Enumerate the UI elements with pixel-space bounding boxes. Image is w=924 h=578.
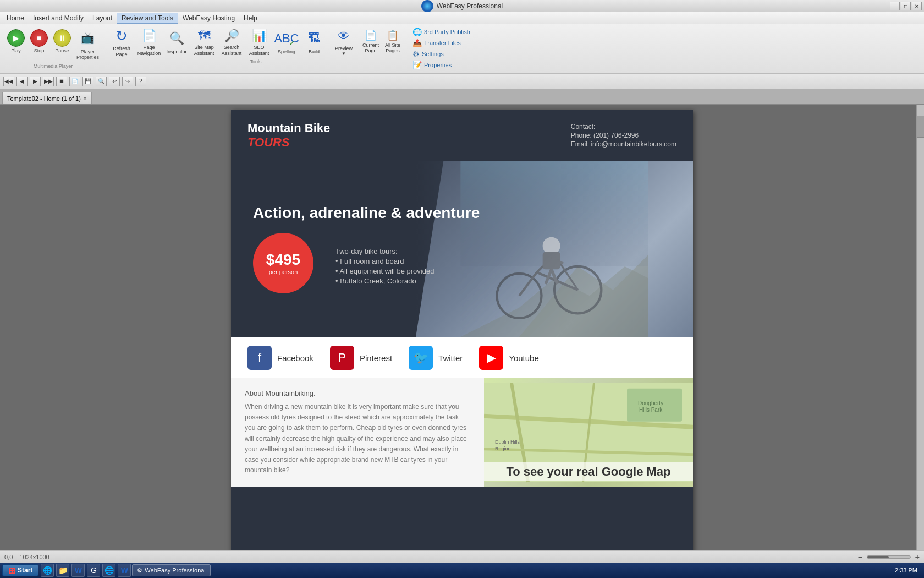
close-button[interactable]: ✕ xyxy=(912,2,922,10)
scrollbar[interactable] xyxy=(916,105,924,578)
nav-back[interactable]: ◀ xyxy=(16,77,28,86)
nav-forward[interactable]: ▶ xyxy=(30,77,41,86)
facebook-button[interactable]: f Facebook xyxy=(248,346,314,370)
nav-redo[interactable]: ↪ xyxy=(122,77,133,86)
menu-webeasy-hosting[interactable]: WebEasy Hosting xyxy=(178,13,239,23)
youtube-button[interactable]: ▶ Youtube xyxy=(479,346,539,370)
nav-search[interactable]: 🔍 xyxy=(96,77,107,86)
page-nav-icon: 📄 xyxy=(140,28,158,43)
stop-button[interactable]: ■ xyxy=(30,29,48,47)
spelling-icon: ABC ✓ xyxy=(278,30,295,48)
start-button[interactable]: ⊞ Start xyxy=(2,564,38,576)
site-map-label: Site MapAssistant xyxy=(194,45,215,57)
nav-undo[interactable]: ↩ xyxy=(109,77,120,86)
tab-label: Template02 - Home (1 of 1) xyxy=(7,95,81,102)
preview-button[interactable]: 👁 Preview ▼ xyxy=(328,27,359,58)
settings-button[interactable]: ⚙ Settings xyxy=(410,49,472,59)
tab-close-button[interactable]: × xyxy=(83,95,87,102)
page-navigation-button[interactable]: 📄 PageNavigation xyxy=(136,27,162,58)
taskbar: ⊞ Start 🌐 📁 W G 🌐 W ⚙ WebEasy Profession… xyxy=(0,563,924,578)
status-left: 0,0 1024x1000 xyxy=(4,554,50,560)
pause-button-wrapper: ⏸ Pause xyxy=(51,27,73,56)
website-preview: Mountain Bike TOURS Contact: Phone: (201… xyxy=(231,110,693,572)
seo-button[interactable]: 📊 SEOAssistant xyxy=(246,27,272,58)
price-per: per person xyxy=(269,269,298,275)
preview-label: Preview xyxy=(335,46,353,52)
menu-help[interactable]: Help xyxy=(239,13,262,23)
properties-button[interactable]: 📝 Properties xyxy=(410,60,472,70)
clock-time: 2:33 PM xyxy=(895,567,917,574)
taskbar-chrome-icon[interactable]: G xyxy=(87,564,100,577)
taskbar-word-icon[interactable]: W xyxy=(72,564,85,577)
all-pages-label: All SitePages xyxy=(385,42,400,53)
multimedia-player-group: ▶ Play ■ Stop ⏸ Pause 📺 PlayerProperties… xyxy=(2,25,105,72)
twitter-button[interactable]: 🐦 Twitter xyxy=(409,346,463,370)
svg-text:Region: Region xyxy=(495,446,511,451)
settings-icon: ⚙ xyxy=(413,50,420,58)
taskbar-word2-icon[interactable]: W xyxy=(118,564,131,577)
transfer-files-label: Transfer Files xyxy=(424,40,461,46)
zoom-in-button[interactable]: + xyxy=(915,553,920,561)
transfer-files-button[interactable]: 📤 Transfer Files xyxy=(410,38,472,48)
taskbar-webeasy-app[interactable]: ⚙ WebEasy Professional xyxy=(132,564,210,576)
all-site-pages-button[interactable]: 📋 All SitePages xyxy=(382,27,403,56)
scrollbar-thumb[interactable] xyxy=(917,116,924,138)
third-party-publish-button[interactable]: 🌐 3rd Party Publish xyxy=(410,27,472,37)
refresh-page-label: RefreshPage xyxy=(113,46,130,58)
pinterest-label: Pinterest xyxy=(360,353,392,363)
spelling-button[interactable]: ABC ✓ Spelling xyxy=(273,27,300,58)
pinterest-icon: P xyxy=(330,346,354,370)
taskbar-app-label: WebEasy Professional xyxy=(145,567,205,574)
hero-content: Action, adrenaline & adventure $495 per … xyxy=(231,188,502,310)
title-bar-controls[interactable]: _ □ ✕ xyxy=(890,2,922,10)
about-text: When driving a new mountain bike it is v… xyxy=(245,402,470,476)
search-assistant-button[interactable]: 🔎 SearchAssistant xyxy=(218,27,245,58)
nav-forward-forward[interactable]: ▶▶ xyxy=(43,77,54,86)
menu-insert-modify[interactable]: Insert and Modify xyxy=(29,13,88,23)
restore-button[interactable]: □ xyxy=(901,2,911,10)
map-section[interactable]: Dougherty Hills Park Dublin Hills Region… xyxy=(484,378,693,487)
bottom-section: About Mountainbiking. When driving a new… xyxy=(231,378,693,487)
status-coordinates: 0,0 xyxy=(4,554,13,560)
nav-new-page[interactable]: 📄 xyxy=(69,77,80,86)
search-label: SearchAssistant xyxy=(222,45,242,57)
contact-email: Email: info@mountainbiketours.com xyxy=(571,140,676,148)
nav-stop[interactable]: ⏹ xyxy=(56,77,67,86)
stop-button-wrapper: ■ Stop xyxy=(28,27,50,56)
site-map-button[interactable]: 🗺 Site MapAssistant xyxy=(191,27,217,58)
taskbar-ie-icon[interactable]: 🌐 xyxy=(41,564,54,577)
app-icon xyxy=(421,0,433,12)
nav-help[interactable]: ? xyxy=(135,77,146,86)
title-bar: WebEasy Professional _ □ ✕ xyxy=(0,0,924,12)
player-properties-wrapper: 📺 PlayerProperties xyxy=(74,27,101,62)
taskbar-folder-icon[interactable]: 📁 xyxy=(56,564,69,577)
zoom-out-button[interactable]: − xyxy=(858,553,862,561)
pinterest-button[interactable]: P Pinterest xyxy=(330,346,392,370)
twitter-label: Twitter xyxy=(438,353,463,363)
title-bar-text: WebEasy Professional xyxy=(437,2,503,10)
play-button[interactable]: ▶ xyxy=(7,29,25,47)
page-tab[interactable]: Template02 - Home (1 of 1) × xyxy=(2,92,92,104)
inspector-button[interactable]: 🔍 Inspector xyxy=(163,27,190,58)
tour-item-2: • All equipment will be provided xyxy=(336,267,434,275)
youtube-label: Youtube xyxy=(509,353,539,363)
price-amount: $495 xyxy=(266,251,300,269)
minimize-button[interactable]: _ xyxy=(890,2,900,10)
status-dimensions: 1024x1000 xyxy=(19,554,49,560)
zoom-slider[interactable] xyxy=(867,555,911,559)
current-page-button[interactable]: 📄 CurrentPage xyxy=(360,27,381,56)
nav-toolbar: ◀◀ ◀ ▶ ▶▶ ⏹ 📄 💾 🔍 ↩ ↪ ? xyxy=(0,74,924,89)
pause-button[interactable]: ⏸ xyxy=(53,29,71,47)
menu-layout[interactable]: Layout xyxy=(88,13,117,23)
taskbar-clock: 2:33 PM xyxy=(890,567,922,574)
refresh-page-button[interactable]: ↻ RefreshPage xyxy=(108,27,135,58)
menu-home[interactable]: Home xyxy=(2,13,29,23)
multimedia-player-label: Multimedia Player xyxy=(5,63,101,69)
build-button[interactable]: 🏗 Build xyxy=(301,27,327,58)
menu-review-tools[interactable]: Review and Tools xyxy=(117,13,178,24)
contact-phone: Phone: (201) 706-2996 xyxy=(571,132,676,139)
nav-save[interactable]: 💾 xyxy=(82,77,94,86)
nav-back-back[interactable]: ◀◀ xyxy=(3,77,14,86)
taskbar-browser-icon[interactable]: 🌐 xyxy=(102,564,116,577)
settings-label: Settings xyxy=(422,51,444,57)
